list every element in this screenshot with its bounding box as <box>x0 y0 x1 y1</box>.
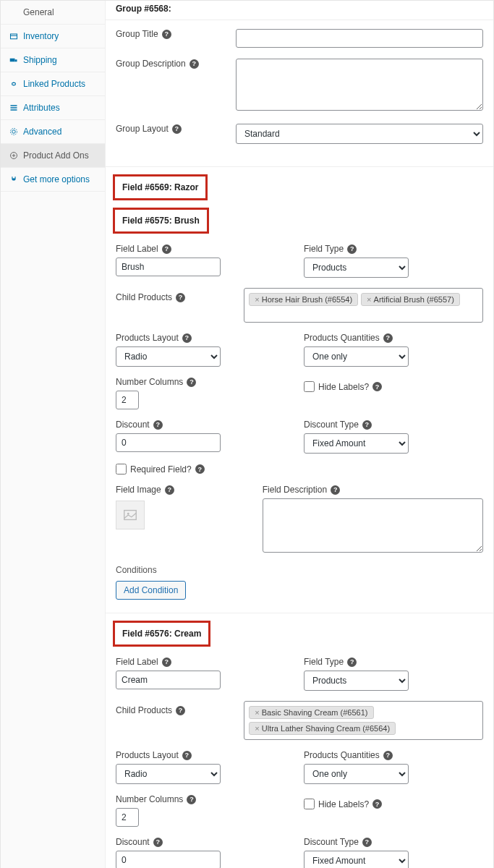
num-columns-input[interactable] <box>116 808 139 827</box>
svg-rect-6 <box>11 109 17 111</box>
sidebar-item-attributes[interactable]: Attributes <box>1 96 105 120</box>
field-cream-container: Field #6576: Cream Field Label ? Field T… <box>106 613 493 868</box>
discount-label: Discount <box>116 420 150 430</box>
svg-rect-5 <box>11 107 17 109</box>
products-layout-label: Products Layout <box>116 333 179 343</box>
discount-type-label: Discount Type <box>304 837 359 847</box>
group-layout-select[interactable]: Standard <box>236 124 483 144</box>
child-products-box[interactable]: ×Basic Shaving Cream (#6561) ×Ultra Lath… <box>244 701 483 740</box>
field-type-label: Field Type <box>304 244 344 254</box>
discount-type-label: Discount Type <box>304 420 359 430</box>
sidebar-item-more-options[interactable]: Get more options <box>1 168 105 192</box>
help-icon[interactable]: ? <box>165 485 174 495</box>
help-icon[interactable]: ? <box>187 378 196 387</box>
field-type-select[interactable]: Products <box>304 258 409 278</box>
field-label-label: Field Label <box>116 244 158 254</box>
products-layout-select[interactable]: Radio <box>116 764 221 784</box>
help-icon[interactable]: ? <box>153 838 163 847</box>
wrench-icon <box>9 8 18 17</box>
discount-input[interactable] <box>116 851 221 868</box>
help-icon[interactable]: ? <box>189 59 199 69</box>
help-icon[interactable]: ? <box>331 485 340 495</box>
gear-icon <box>9 127 18 136</box>
help-icon[interactable]: ? <box>162 244 171 254</box>
truck-icon <box>9 56 18 64</box>
chip-basic-cream[interactable]: ×Basic Shaving Cream (#6561) <box>249 706 373 719</box>
help-icon[interactable]: ? <box>172 124 182 134</box>
group-desc-input[interactable] <box>236 59 483 111</box>
add-condition-button[interactable]: Add Condition <box>116 581 186 600</box>
link-icon <box>9 80 18 88</box>
help-icon[interactable]: ? <box>347 658 357 667</box>
help-icon[interactable]: ? <box>187 795 196 804</box>
required-field-label: Required Field? <box>130 464 192 475</box>
field-brush-container: Field #6575: Brush Field Label ? Field T… <box>106 200 493 604</box>
hide-labels-label: Hide Labels? <box>318 799 369 809</box>
field-image-placeholder[interactable] <box>116 501 145 529</box>
field-brush-header[interactable]: Field #6575: Brush <box>113 208 209 234</box>
list-icon <box>9 103 18 112</box>
help-icon[interactable]: ? <box>372 799 382 809</box>
help-icon[interactable]: ? <box>162 658 171 667</box>
field-desc-label: Field Description <box>263 485 327 495</box>
sidebar-item-advanced[interactable]: Advanced <box>1 120 105 144</box>
products-qty-select[interactable]: One only <box>304 764 409 784</box>
group-title-input[interactable] <box>236 29 483 48</box>
help-icon[interactable]: ? <box>176 706 185 715</box>
help-icon[interactable]: ? <box>195 464 205 474</box>
required-field-checkbox[interactable] <box>116 464 127 475</box>
field-label-input[interactable] <box>116 258 221 276</box>
chip-ultra-cream[interactable]: ×Ultra Lather Shaving Cream (#6564) <box>249 722 396 735</box>
child-products-label: Child Products <box>116 292 172 302</box>
sidebar-item-general[interactable]: General <box>1 1 105 25</box>
field-cream-header[interactable]: Field #6576: Cream <box>113 621 210 647</box>
sidebar-item-product-addons[interactable]: Product Add Ons <box>1 144 105 168</box>
svg-point-8 <box>11 129 17 135</box>
products-qty-select[interactable]: One only <box>304 346 409 367</box>
remove-chip-icon[interactable]: × <box>255 708 259 717</box>
help-icon[interactable]: ? <box>362 420 372 430</box>
help-icon[interactable]: ? <box>347 244 357 254</box>
help-icon[interactable]: ? <box>182 333 192 343</box>
field-label-input[interactable] <box>116 671 221 689</box>
sidebar-item-inventory[interactable]: Inventory <box>1 25 105 48</box>
help-icon[interactable]: ? <box>176 293 185 302</box>
conditions-label: Conditions <box>116 565 483 575</box>
help-icon[interactable]: ? <box>372 382 382 391</box>
help-icon[interactable]: ? <box>182 751 192 760</box>
field-razor-header[interactable]: Field #6569: Razor <box>113 174 208 200</box>
field-desc-input[interactable] <box>263 498 483 553</box>
remove-chip-icon[interactable]: × <box>255 724 259 733</box>
child-products-box[interactable]: ×Horse Hair Brush (#6554) ×Artificial Br… <box>244 288 483 323</box>
hide-labels-checkbox[interactable] <box>304 381 315 392</box>
remove-chip-icon[interactable]: × <box>255 295 259 304</box>
chip-artificial-brush[interactable]: ×Artificial Brush (#6557) <box>361 293 460 306</box>
plus-circle-icon <box>9 151 18 160</box>
field-type-select[interactable]: Products <box>304 671 409 691</box>
box-icon <box>9 32 18 41</box>
field-label-label: Field Label <box>116 657 158 667</box>
help-icon[interactable]: ? <box>362 838 372 847</box>
field-image-label: Field Image <box>116 485 161 495</box>
field-razor-container: Field #6569: Razor <box>106 167 493 200</box>
remove-chip-icon[interactable]: × <box>367 295 371 304</box>
help-icon[interactable]: ? <box>383 751 393 760</box>
chip-horse-brush[interactable]: ×Horse Hair Brush (#6554) <box>249 293 358 306</box>
hide-labels-label: Hide Labels? <box>318 382 369 392</box>
num-columns-label: Number Columns <box>116 794 183 804</box>
sidebar-item-linked[interactable]: Linked Products <box>1 72 105 96</box>
discount-type-select[interactable]: Fixed Amount <box>304 851 409 868</box>
hide-labels-checkbox[interactable] <box>304 799 315 809</box>
help-icon[interactable]: ? <box>153 420 163 430</box>
help-icon[interactable]: ? <box>383 333 393 343</box>
svg-rect-4 <box>11 105 17 106</box>
discount-input[interactable] <box>116 433 221 452</box>
sidebar-item-shipping[interactable]: Shipping <box>1 48 105 72</box>
help-icon[interactable]: ? <box>162 30 171 39</box>
svg-point-13 <box>127 513 129 515</box>
group-layout-label: Group Layout <box>116 124 169 134</box>
svg-point-7 <box>12 130 16 134</box>
discount-type-select[interactable]: Fixed Amount <box>304 433 409 454</box>
products-layout-select[interactable]: Radio <box>116 346 221 367</box>
num-columns-input[interactable] <box>116 391 139 409</box>
